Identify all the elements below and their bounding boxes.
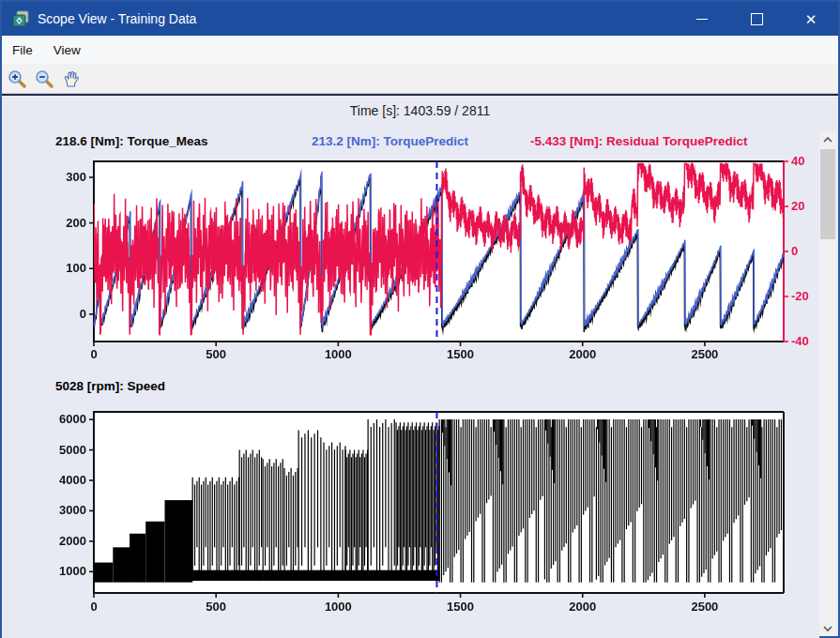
chevron-up-icon: [823, 137, 832, 143]
tick-label: 500: [188, 347, 244, 361]
zoom-in-icon: [8, 69, 26, 88]
scrollbar-thumb[interactable]: [820, 149, 835, 239]
tick-label: 0: [66, 600, 122, 614]
close-icon: ✕: [805, 12, 817, 26]
tick-label: 0: [66, 347, 122, 361]
time-label: Time [s]: 1403.59 / 2811: [350, 103, 490, 118]
tick-label: 1000: [310, 600, 366, 614]
tick-label: 1000: [28, 564, 86, 578]
minimize-icon: [696, 19, 708, 20]
chevron-down-icon: [823, 626, 832, 631]
toolbar: [2, 64, 838, 94]
tick-label: 200: [38, 216, 86, 230]
series-label: 213.2 [Nm]: TorquePredict: [312, 134, 468, 148]
zoom-out-button[interactable]: [32, 68, 56, 90]
tick-label: 0: [38, 307, 86, 321]
window-title: Scope View - Training Data: [38, 11, 196, 26]
maximize-icon: [751, 13, 763, 25]
tick-label: 6000: [28, 412, 86, 426]
series-label: -5.433 [Nm]: Residual TorquePredict: [530, 134, 748, 148]
tick-label: 1500: [433, 347, 489, 361]
scroll-down-button[interactable]: [819, 620, 836, 636]
tick-label: 2000: [555, 347, 611, 361]
tick-label: 4000: [28, 473, 86, 487]
tick-label: 500: [188, 600, 244, 614]
time-bar: Time [s]: 1403.59 / 2811: [2, 96, 838, 126]
menu-bar: File View: [2, 36, 838, 65]
zoom-in-button[interactable]: [5, 68, 29, 90]
scope-charts: 218.6 [Nm]: Torque_Meas213.2 [Nm]: Torqu…: [2, 126, 819, 638]
scroll-up-button[interactable]: [819, 131, 836, 147]
zoom-out-icon: [35, 69, 53, 88]
series-label: 218.6 [Nm]: Torque_Meas: [55, 134, 208, 148]
pan-button[interactable]: [59, 68, 84, 90]
tick-label: 1500: [433, 600, 489, 614]
tick-label: 300: [38, 170, 86, 184]
close-button[interactable]: ✕: [784, 2, 838, 36]
tick-label: 2000: [555, 600, 611, 614]
tick-label: 1000: [310, 347, 366, 361]
series-label: 5028 [rpm]: Speed: [55, 379, 165, 393]
vertical-scrollbar[interactable]: [819, 131, 836, 636]
tick-label: 3000: [28, 503, 86, 517]
menu-view[interactable]: View: [43, 38, 91, 62]
title-bar: Scope View - Training Data ✕: [2, 2, 838, 36]
tick-label: 2500: [677, 347, 733, 361]
tick-label: 5000: [28, 443, 86, 457]
scope-app-icon: [11, 9, 30, 28]
torque-plot-canvas[interactable]: [77, 152, 804, 354]
tick-label: 2000: [28, 534, 86, 548]
menu-file[interactable]: File: [2, 38, 43, 62]
minimize-button[interactable]: [675, 2, 729, 36]
pan-hand-icon: [62, 69, 81, 88]
maximize-button[interactable]: [729, 2, 784, 36]
tick-label: 100: [38, 261, 86, 275]
tick-label: 2500: [677, 600, 733, 614]
speed-plot-canvas[interactable]: [77, 403, 804, 602]
app-window: Scope View - Training Data ✕ File View: [0, 0, 840, 638]
